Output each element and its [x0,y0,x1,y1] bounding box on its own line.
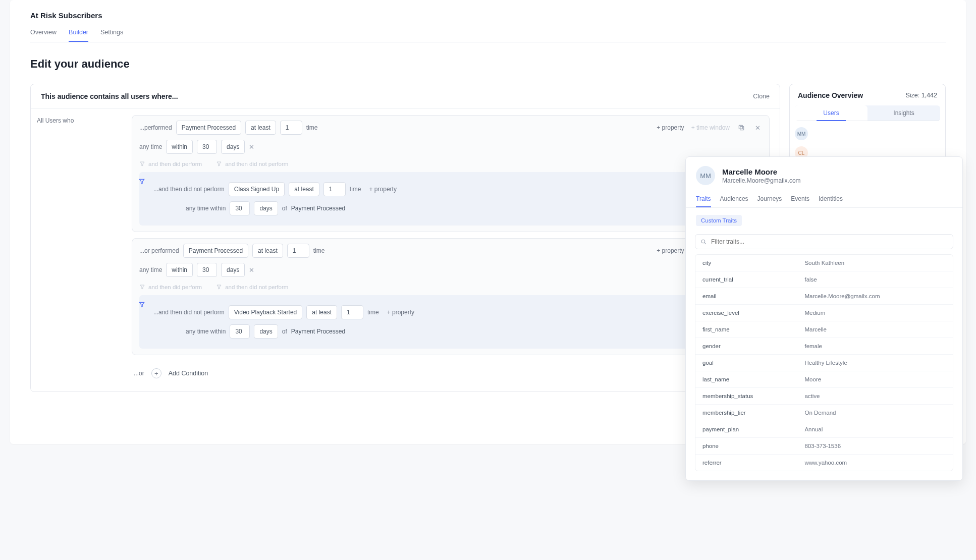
rule-prefix: ...performed [139,124,172,131]
remove-time-icon[interactable]: ✕ [249,143,254,151]
add-property-button[interactable]: + property [657,247,684,254]
remove-time-icon[interactable]: ✕ [249,266,254,274]
trait-value: On Demand [804,410,946,416]
event-select[interactable]: Class Signed Up [229,182,285,196]
trait-value: Moore [804,376,946,382]
operator-select[interactable]: at least [289,182,319,196]
event-select[interactable]: Payment Processed [176,121,241,135]
profile-email: Marcelle.Moore@gmailx.com [722,177,801,184]
builder-card: This audience contains all users where..… [30,84,780,392]
plus-icon[interactable]: + [151,368,161,378]
trait-row: goalHealthy Lifestyle [695,355,953,371]
traits-table: citySouth Kathleencurrent_trialfalseemai… [695,254,953,471]
profile-popover: MM Marcelle Moore Marcelle.Moore@gmailx.… [685,156,963,481]
traits-search-input[interactable] [711,238,948,245]
rule-block: ...or performed Payment Processed at lea… [132,238,770,355]
event-select[interactable]: Payment Processed [183,244,248,258]
event-select[interactable]: Video Playback Started [229,305,303,319]
any-time-within-label: any time within [186,205,226,212]
filter-icon [139,284,145,290]
count-input[interactable]: 1 [323,182,346,196]
overview-tab-insights[interactable]: Insights [867,105,940,121]
within-op-select[interactable]: within [166,263,193,277]
svg-rect-0 [740,127,744,130]
profile-tab-identities[interactable]: Identities [819,191,843,207]
add-time-window-button[interactable]: + time window [691,124,730,131]
funnel-did-not-perform-button[interactable]: and then did not perform [216,284,288,290]
within-unit-select[interactable]: days [254,201,278,215]
funnel-did-label: and then did perform [148,161,202,167]
add-condition-button[interactable]: Add Condition [169,370,208,377]
svg-line-5 [704,243,706,244]
funnel-marker-icon [138,178,145,185]
funnel-did-perform-button[interactable]: and then did perform [139,284,202,290]
profile-tab-journeys[interactable]: Journeys [757,191,782,207]
tab-overview[interactable]: Overview [30,29,57,42]
within-num-input[interactable]: 30 [197,263,217,277]
count-input[interactable]: 1 [280,121,302,135]
time-label: time [306,124,318,131]
trait-value: South Kathleen [804,260,946,266]
trait-key: email [702,293,804,299]
profile-tab-audiences[interactable]: Audiences [720,191,748,207]
within-num-input[interactable]: 30 [230,201,250,215]
operator-select[interactable]: at least [245,121,276,135]
trait-value: active [804,393,946,399]
rule-block: ...performed Payment Processed at least … [132,115,770,232]
trait-key: payment_plan [702,426,804,432]
any-time-label: any time [139,266,162,273]
traits-search[interactable] [695,234,953,249]
count-input[interactable]: 1 [287,244,309,258]
within-num-input[interactable]: 30 [197,140,217,154]
any-time-label: any time [139,143,162,150]
of-label: of [282,328,287,335]
operator-select[interactable]: at least [306,305,337,319]
trait-value: Medium [804,310,946,316]
add-property-button[interactable]: + property [369,186,397,193]
trait-value: Marcelle.Moore@gmailx.com [804,293,946,299]
time-label: time [367,309,379,316]
count-input[interactable]: 1 [341,305,363,319]
profile-tab-events[interactable]: Events [791,191,809,207]
svg-point-4 [701,240,705,243]
funnel-did-not-perform-button[interactable]: and then did not perform [216,161,288,167]
trait-value: false [804,276,946,283]
overview-tab-users[interactable]: Users [795,105,867,121]
any-time-within-label: any time within [186,328,226,335]
overview-size: Size: 1,442 [905,92,937,99]
duplicate-icon[interactable] [737,123,746,132]
trait-key: exercise_level [702,310,804,316]
filter-icon [139,161,145,167]
add-property-button[interactable]: + property [657,124,684,131]
builder-side-label: All Users who [31,109,127,391]
custom-traits-chip[interactable]: Custom Traits [696,215,742,226]
nested-prefix: ...and then did not perform [153,186,225,193]
within-unit-select[interactable]: days [254,324,278,339]
funnel-did-perform-button[interactable]: and then did perform [139,161,202,167]
trait-value: female [804,343,946,349]
trait-value: 803-373-1536 [804,443,946,449]
trait-key: gender [702,343,804,349]
profile-name: Marcelle Moore [722,167,801,176]
remove-rule-icon[interactable]: ✕ [753,123,762,132]
clone-button[interactable]: Clone [753,93,770,100]
trait-key: phone [702,443,804,449]
within-num-input[interactable]: 30 [230,324,250,339]
within-unit-select[interactable]: days [221,140,245,154]
operator-select[interactable]: at least [252,244,283,258]
within-op-select[interactable]: within [166,140,193,154]
tab-builder[interactable]: Builder [69,29,88,42]
trait-value: Annual [804,426,946,432]
svg-rect-1 [739,125,742,129]
trait-row: genderfemale [695,338,953,355]
within-unit-select[interactable]: days [221,263,245,277]
add-property-button[interactable]: + property [387,309,414,316]
funnel-marker-icon [138,301,145,308]
search-icon [700,239,707,245]
tab-settings[interactable]: Settings [100,29,123,42]
funnel-did-label: and then did perform [148,284,202,290]
profile-tab-traits[interactable]: Traits [696,191,711,207]
filter-icon [216,284,222,290]
user-avatar[interactable]: MM [795,127,808,140]
funnel-did-not-label: and then did not perform [225,284,288,290]
